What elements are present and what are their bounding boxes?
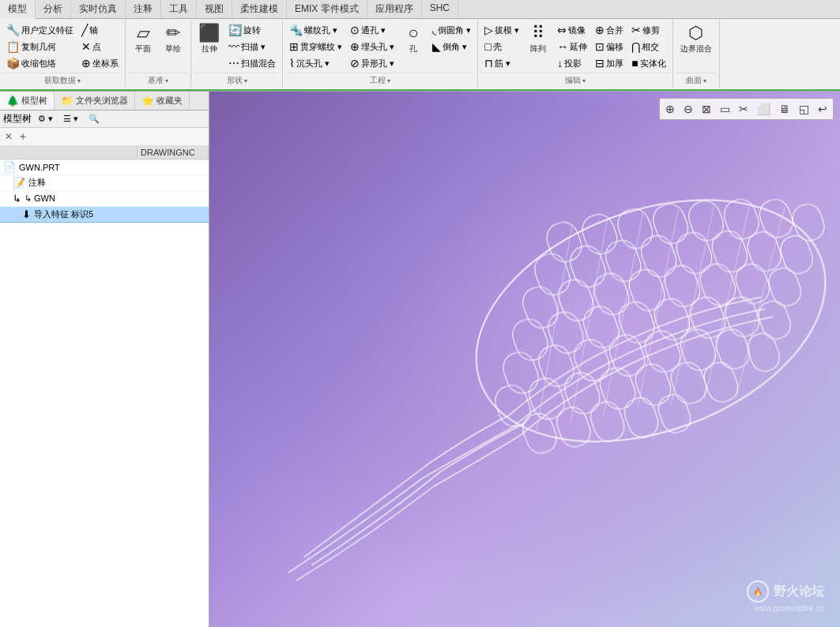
vp-zoom-out-btn[interactable]: ⊖ bbox=[680, 100, 697, 118]
btn-mirror[interactable]: ⇔ 镜像 bbox=[554, 22, 590, 38]
btn-shrink-wrap[interactable]: 📦 收缩包络 bbox=[3, 55, 77, 71]
ribbon-col-left: 🔧 用户定义特征 📋 复制几何 📦 收缩包络 bbox=[3, 22, 77, 71]
btn-through-thread[interactable]: ⊞ 贯穿螺纹 ▾ bbox=[286, 39, 345, 54]
left-panel: 🌲 模型树 📁 文件夹浏览器 ⭐ 收藏夹 模型树 ⚙ ▾ ☰ ▾ 🔍 ✕ ＋ bbox=[0, 92, 209, 627]
btn-extend[interactable]: ↔ 延伸 bbox=[554, 39, 590, 54]
tab-emix[interactable]: EMIX 零件模式 bbox=[287, 0, 367, 18]
tab-folder-browser[interactable]: 📁 文件夹浏览器 bbox=[55, 92, 135, 110]
edit-col1: ▷ 拔模 ▾ □ 壳 ⊓ 筋 ▾ bbox=[481, 22, 522, 71]
thread-hole-icon: 🔩 bbox=[289, 24, 303, 36]
vp-zoom-fit-btn[interactable]: ⊠ bbox=[698, 100, 715, 118]
btn-thicken[interactable]: ⊟ 加厚 bbox=[592, 55, 627, 71]
offset-icon: ⊡ bbox=[595, 40, 605, 53]
btn-sweep[interactable]: 〰 扫描 ▾ bbox=[225, 39, 279, 54]
tab-tools[interactable]: 工具 bbox=[161, 0, 197, 18]
btn-through-hole[interactable]: ⊙ 通孔 ▾ bbox=[347, 22, 397, 38]
btn-round[interactable]: ◟ 倒圆角 ▾ bbox=[429, 22, 474, 38]
ribbon-group-data-content: 🔧 用户定义特征 📋 复制几何 📦 收缩包络 ╱ 轴 bbox=[3, 22, 122, 71]
tree-search-add[interactable]: ＋ bbox=[16, 130, 30, 144]
tab-shc[interactable]: SHC bbox=[422, 0, 458, 18]
through-hole-icon: ⊙ bbox=[350, 24, 360, 36]
tree-search-close[interactable]: ✕ bbox=[3, 131, 14, 142]
tree-content: 📄 GWN.PRT 📝 注释 ↳ ↳ GWN ⬇ 导入特征 标识5 bbox=[0, 160, 209, 627]
coord-icon: ⊕ bbox=[81, 57, 91, 69]
btn-point[interactable]: ✕ 点 bbox=[78, 39, 122, 54]
btn-draft[interactable]: ▷ 拔模 ▾ bbox=[481, 22, 522, 38]
tree-toolbar-left: 模型树 ⚙ ▾ ☰ ▾ 🔍 bbox=[3, 112, 104, 126]
through-thread-icon: ⊞ bbox=[289, 40, 299, 53]
btn-extrude[interactable]: ⬛ 拉伸 bbox=[194, 22, 224, 57]
btn-trim[interactable]: ✂ 修剪 bbox=[628, 22, 669, 38]
extrude-icon: ⬛ bbox=[198, 24, 220, 42]
vp-render-btn[interactable]: 🖥 bbox=[775, 100, 794, 118]
gwn-prt-icon: 📄 bbox=[3, 161, 16, 173]
btn-plane[interactable]: ▱ 平面 bbox=[129, 22, 157, 57]
tab-simulation[interactable]: 实时仿真 bbox=[71, 0, 126, 18]
tab-view[interactable]: 视图 bbox=[197, 0, 232, 18]
tab-model-tree[interactable]: 🌲 模型树 bbox=[0, 92, 55, 110]
btn-special-hole[interactable]: ⊘ 异形孔 ▾ bbox=[347, 55, 397, 71]
draft-icon: ▷ bbox=[484, 24, 493, 36]
btn-embed-hole[interactable]: ⊕ 埋头孔 ▾ bbox=[347, 39, 397, 54]
round-icon: ◟ bbox=[432, 24, 436, 36]
btn-countersink[interactable]: ⌇ 沉头孔 ▾ bbox=[286, 55, 345, 71]
folder-tab-icon: 📁 bbox=[61, 95, 73, 107]
watermark-url: www.proewildfire.cn bbox=[747, 604, 824, 613]
ribbon-group-data: 🔧 用户定义特征 📋 复制几何 📦 收缩包络 ╱ 轴 bbox=[0, 21, 126, 88]
vp-perspective-btn[interactable]: ◱ bbox=[795, 100, 813, 118]
embed-hole-icon: ⊕ bbox=[350, 40, 360, 53]
vp-display-btn[interactable]: ⬜ bbox=[753, 100, 774, 118]
user-feature-icon: 🔧 bbox=[6, 24, 20, 36]
btn-axis[interactable]: ╱ 轴 bbox=[78, 22, 122, 38]
vp-reset-btn[interactable]: ↩ bbox=[814, 100, 831, 118]
mirror-icon: ⇔ bbox=[557, 24, 567, 36]
ribbon-group-engineering-label: 工程 bbox=[286, 73, 474, 86]
viewport[interactable]: ⊕ ⊖ ⊠ ▭ ✂ ⬜ 🖥 ◱ ↩ 🔥 野火论坛 www.proewildfir… bbox=[209, 92, 840, 627]
tree-settings-btn[interactable]: ⚙ ▾ bbox=[34, 112, 57, 126]
btn-sweep-blend[interactable]: ⋯ 扫描混合 bbox=[225, 55, 279, 71]
ribbon-group-engineering-content: 🔩 螺纹孔 ▾ ⊞ 贯穿螺纹 ▾ ⌇ 沉头孔 ▾ ⊙ 通孔 ▾ bbox=[286, 22, 474, 71]
tab-application[interactable]: 应用程序 bbox=[367, 0, 422, 18]
tab-flexible-modeling[interactable]: 柔性建模 bbox=[232, 0, 287, 18]
btn-rib[interactable]: ⊓ 筋 ▾ bbox=[481, 55, 522, 71]
btn-sketch[interactable]: ✏ 草绘 bbox=[159, 22, 187, 57]
btn-copy-geom[interactable]: 📋 复制几何 bbox=[3, 39, 77, 54]
vp-zoom-in-btn[interactable]: ⊕ bbox=[661, 100, 679, 118]
vp-clip-btn[interactable]: ✂ bbox=[735, 100, 752, 118]
boundary-blend-icon: ⬡ bbox=[688, 24, 703, 42]
chamfer-icon: ◣ bbox=[432, 40, 441, 53]
btn-thread-hole[interactable]: 🔩 螺纹孔 ▾ bbox=[286, 22, 345, 38]
btn-offset[interactable]: ⊡ 偏移 bbox=[592, 39, 627, 54]
btn-hole[interactable]: ○ 孔 bbox=[399, 22, 428, 57]
tree-item-import-feature[interactable]: ⬇ 导入特征 标识5 bbox=[0, 207, 209, 223]
tree-search-btn[interactable]: 🔍 bbox=[85, 112, 104, 126]
btn-boundary-blend[interactable]: ⬡ 边界混合 bbox=[676, 22, 716, 57]
ribbon-group-edit: ▷ 拔模 ▾ □ 壳 ⊓ 筋 ▾ ⠿ 阵列 bbox=[478, 21, 673, 88]
tab-analysis[interactable]: 分析 bbox=[36, 0, 71, 18]
shape-col: 🔄 旋转 〰 扫描 ▾ ⋯ 扫描混合 bbox=[225, 22, 279, 71]
vp-select-btn[interactable]: ▭ bbox=[716, 100, 734, 118]
btn-chamfer[interactable]: ◣ 倒角 ▾ bbox=[429, 39, 474, 54]
shell-icon: □ bbox=[484, 40, 491, 53]
tree-item-annotation[interactable]: 📝 注释 bbox=[0, 175, 209, 191]
btn-pattern[interactable]: ⠿ 阵列 bbox=[524, 22, 552, 57]
btn-user-feature[interactable]: 🔧 用户定义特征 bbox=[3, 22, 77, 38]
tab-model[interactable]: 模型 bbox=[0, 0, 36, 19]
tab-annotation[interactable]: 注释 bbox=[126, 0, 161, 18]
ribbon-group-datum-label: 基准 bbox=[129, 73, 187, 86]
btn-solidify[interactable]: ■ 实体化 bbox=[628, 55, 669, 71]
btn-shell[interactable]: □ 壳 bbox=[481, 39, 522, 54]
btn-intersect[interactable]: ⋂ 相交 bbox=[628, 39, 669, 54]
btn-merge[interactable]: ⊕ 合并 bbox=[592, 22, 627, 38]
btn-coord[interactable]: ⊕ 坐标系 bbox=[78, 55, 122, 71]
btn-project[interactable]: ↓ 投影 bbox=[554, 55, 590, 71]
tree-display-btn[interactable]: ☰ ▾ bbox=[59, 112, 82, 126]
tree-item-gwn[interactable]: ↳ ↳ GWN bbox=[0, 191, 209, 207]
point-icon: ✕ bbox=[81, 40, 91, 53]
thicken-icon: ⊟ bbox=[595, 57, 605, 69]
viewport-background: ⊕ ⊖ ⊠ ▭ ✂ ⬜ 🖥 ◱ ↩ 🔥 野火论坛 www.proewildfir… bbox=[209, 92, 840, 627]
tree-item-gwn-prt[interactable]: 📄 GWN.PRT bbox=[0, 160, 209, 175]
btn-revolve[interactable]: 🔄 旋转 bbox=[225, 22, 279, 38]
tab-favorites[interactable]: ⭐ 收藏夹 bbox=[135, 92, 190, 110]
ribbon-group-edit-content: ▷ 拔模 ▾ □ 壳 ⊓ 筋 ▾ ⠿ 阵列 bbox=[481, 22, 669, 71]
